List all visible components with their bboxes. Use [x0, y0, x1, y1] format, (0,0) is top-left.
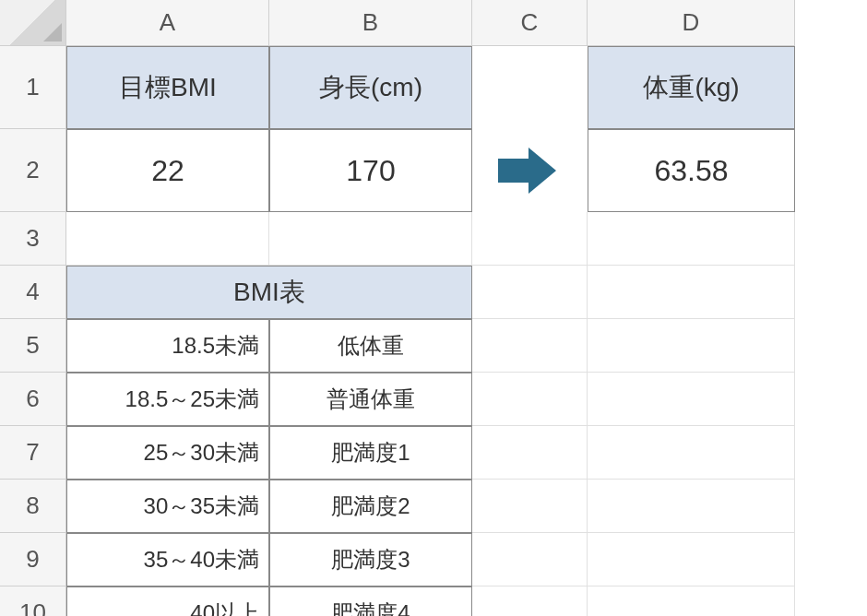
row-header-3[interactable]: 3 [0, 212, 66, 266]
cell-C10[interactable] [472, 586, 588, 616]
cell-A2[interactable]: 22 [66, 129, 269, 212]
cell-C6[interactable] [472, 373, 588, 426]
col-header-C[interactable]: C [472, 0, 588, 46]
row-header-9[interactable]: 9 [0, 533, 66, 586]
cell-D7[interactable] [588, 426, 795, 480]
cell-D9[interactable] [588, 533, 795, 586]
cell-C1[interactable] [472, 46, 588, 129]
cell-D4[interactable] [588, 266, 795, 319]
cell-D8[interactable] [588, 480, 795, 533]
cell-B5[interactable]: 低体重 [269, 319, 472, 373]
cell-A6[interactable]: 18.5～25未満 [66, 373, 269, 426]
cell-C4[interactable] [472, 266, 588, 319]
row-header-4[interactable]: 4 [0, 266, 66, 319]
row-header-1[interactable]: 1 [0, 46, 66, 129]
spreadsheet-grid: A B C D 1 目標BMI 身長(cm) 体重(kg) 2 22 170 6… [0, 0, 867, 616]
cell-A8[interactable]: 30～35未満 [66, 480, 269, 533]
cell-C5[interactable] [472, 319, 588, 373]
row-header-5[interactable]: 5 [0, 319, 66, 373]
cell-C8[interactable] [472, 480, 588, 533]
row-header-7[interactable]: 7 [0, 426, 66, 480]
cell-A9[interactable]: 35～40未満 [66, 533, 269, 586]
cell-B7[interactable]: 肥満度1 [269, 426, 472, 480]
cell-C9[interactable] [472, 533, 588, 586]
cell-D10[interactable] [588, 586, 795, 616]
cell-A3[interactable] [66, 212, 269, 266]
cell-D3[interactable] [588, 212, 795, 266]
cell-B2[interactable]: 170 [269, 129, 472, 212]
cell-A10[interactable]: 40以上 [66, 586, 269, 616]
cell-A4B4-bmi-title[interactable]: BMI表 [66, 266, 472, 319]
col-header-D[interactable]: D [588, 0, 795, 46]
cell-B6[interactable]: 普通体重 [269, 373, 472, 426]
cell-D6[interactable] [588, 373, 795, 426]
cell-B9[interactable]: 肥満度3 [269, 533, 472, 586]
row-header-2[interactable]: 2 [0, 129, 66, 212]
col-header-A[interactable]: A [66, 0, 269, 46]
cell-A5[interactable]: 18.5未満 [66, 319, 269, 373]
cell-B3[interactable] [269, 212, 472, 266]
cell-B8[interactable]: 肥満度2 [269, 480, 472, 533]
row-header-10[interactable]: 10 [0, 586, 66, 616]
cell-A7[interactable]: 25～30未満 [66, 426, 269, 480]
row-header-8[interactable]: 8 [0, 480, 66, 533]
select-all-corner[interactable] [0, 0, 66, 46]
col-header-B[interactable]: B [269, 0, 472, 46]
cell-A1[interactable]: 目標BMI [66, 46, 269, 129]
cell-D5[interactable] [588, 319, 795, 373]
cell-D2[interactable]: 63.58 [588, 129, 795, 212]
cell-B10[interactable]: 肥満度4 [269, 586, 472, 616]
cell-B1[interactable]: 身長(cm) [269, 46, 472, 129]
cell-C7[interactable] [472, 426, 588, 480]
cell-C2-arrow [472, 129, 588, 212]
arrow-icon [498, 148, 563, 194]
row-header-6[interactable]: 6 [0, 373, 66, 426]
cell-C3[interactable] [472, 212, 588, 266]
cell-D1[interactable]: 体重(kg) [588, 46, 795, 129]
